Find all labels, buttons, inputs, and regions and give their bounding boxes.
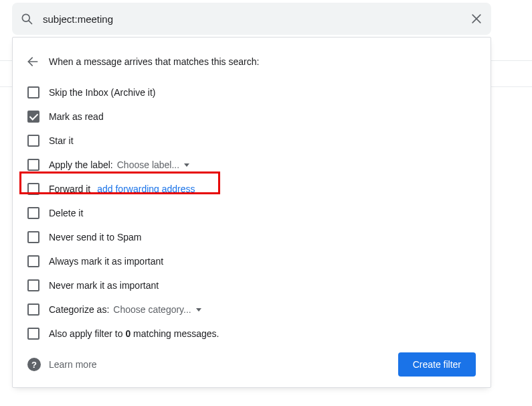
checkbox-mark-read[interactable]: [27, 111, 39, 123]
label-delete: Delete it: [49, 208, 83, 218]
apply-label-dropdown[interactable]: Choose label...: [117, 159, 190, 170]
categorize-dropdown-text: Choose category...: [113, 304, 191, 315]
search-icon: [20, 12, 33, 25]
learn-more-text: Learn more: [49, 359, 97, 370]
apply-label-dropdown-text: Choose label...: [117, 159, 179, 170]
svg-marker-6: [196, 308, 201, 312]
label-skip-inbox: Skip the Inbox (Archive it): [49, 87, 156, 98]
checkbox-apply-label[interactable]: [27, 159, 39, 171]
back-button[interactable]: [25, 54, 41, 70]
checkbox-also-apply[interactable]: [27, 328, 39, 340]
option-forward[interactable]: Forward it add forwarding address: [27, 177, 491, 201]
help-icon: ?: [27, 358, 41, 371]
svg-marker-5: [184, 163, 189, 167]
also-apply-prefix: Also apply filter to: [49, 328, 125, 339]
option-categorize[interactable]: Categorize as: Choose category...: [27, 297, 491, 322]
label-never-important: Never mark it as important: [49, 280, 159, 291]
header-title: When a message arrives that matches this…: [49, 56, 259, 67]
also-apply-suffix: matching messages.: [130, 328, 219, 339]
checkbox-never-important[interactable]: [27, 279, 39, 291]
checkbox-forward[interactable]: [27, 183, 39, 195]
label-forward: Forward it: [49, 184, 90, 194]
create-filter-button[interactable]: Create filter: [398, 352, 476, 377]
add-forwarding-address-link[interactable]: add forwarding address: [97, 184, 195, 194]
chevron-down-icon: [183, 161, 190, 168]
option-apply-label[interactable]: Apply the label: Choose label...: [27, 153, 491, 177]
checkbox-star[interactable]: [27, 135, 39, 147]
svg-line-1: [29, 21, 32, 24]
option-mark-read[interactable]: Mark as read: [27, 105, 491, 129]
checkbox-categorize[interactable]: [27, 303, 39, 316]
categorize-dropdown[interactable]: Choose category...: [113, 304, 201, 315]
label-never-spam: Never send it to Spam: [49, 232, 142, 243]
option-never-spam[interactable]: Never send it to Spam: [27, 225, 491, 249]
label-always-important: Always mark it as important: [49, 256, 163, 267]
filter-options-card: When a message arrives that matches this…: [12, 37, 491, 388]
search-bar[interactable]: subject:meeting: [12, 3, 491, 35]
chevron-down-icon: [195, 306, 202, 313]
checkbox-always-important[interactable]: [27, 255, 39, 267]
option-star[interactable]: Star it: [27, 129, 491, 153]
learn-more-link[interactable]: ? Learn more: [27, 358, 97, 371]
checkbox-skip-inbox[interactable]: [27, 86, 39, 98]
checkbox-never-spam[interactable]: [27, 231, 39, 243]
label-categorize: Categorize as:: [49, 304, 109, 315]
label-star: Star it: [49, 135, 74, 146]
label-apply-label: Apply the label:: [49, 159, 113, 170]
label-also-apply: Also apply filter to 0 matching messages…: [49, 328, 219, 339]
option-also-apply[interactable]: Also apply filter to 0 matching messages…: [27, 322, 491, 346]
option-always-important[interactable]: Always mark it as important: [27, 249, 491, 273]
label-mark-read: Mark as read: [49, 111, 104, 122]
checkbox-delete[interactable]: [27, 207, 39, 219]
option-never-important[interactable]: Never mark it as important: [27, 273, 491, 297]
option-skip-inbox[interactable]: Skip the Inbox (Archive it): [27, 80, 491, 105]
clear-search-icon[interactable]: [470, 12, 483, 25]
search-query[interactable]: subject:meeting: [43, 13, 460, 25]
option-delete[interactable]: Delete it: [27, 201, 491, 225]
